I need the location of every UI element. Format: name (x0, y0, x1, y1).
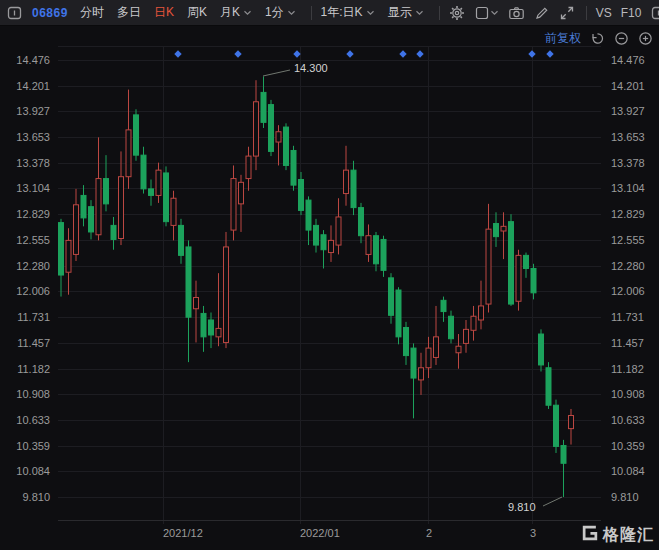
event-marker-diamond[interactable] (234, 50, 241, 57)
svg-text:13.104: 13.104 (611, 182, 645, 194)
event-marker-diamond[interactable] (293, 50, 300, 57)
candle[interactable] (336, 198, 341, 254)
toolbar-divider (586, 6, 587, 20)
candle[interactable] (344, 146, 349, 206)
candle[interactable] (224, 232, 229, 348)
tab-display[interactable]: 显示 (388, 4, 424, 21)
candle[interactable] (539, 329, 544, 371)
candle[interactable] (201, 306, 206, 352)
svg-text:13.927: 13.927 (611, 105, 645, 117)
event-marker-diamond[interactable] (346, 50, 353, 57)
zoom-out-button[interactable] (614, 31, 629, 46)
candle[interactable] (546, 362, 551, 409)
candle[interactable] (531, 264, 536, 300)
candle[interactable] (141, 147, 146, 194)
tab-monthly-k[interactable]: 月K (220, 4, 252, 21)
candle[interactable] (374, 232, 379, 271)
window-icon[interactable] (6, 5, 23, 21)
candle[interactable] (231, 165, 236, 240)
candle[interactable] (89, 200, 94, 239)
candle[interactable] (449, 311, 454, 344)
forward-adjust-button[interactable]: 前复权 (545, 30, 581, 47)
candle[interactable] (411, 343, 416, 418)
candle[interactable] (276, 125, 281, 165)
event-marker-diamond[interactable] (528, 50, 535, 57)
event-marker-diamond[interactable] (174, 50, 181, 57)
candle[interactable] (239, 175, 244, 232)
candle[interactable] (389, 273, 394, 324)
candle[interactable] (171, 191, 176, 241)
tab-one-minute[interactable]: 1分 (265, 4, 296, 21)
f10-button[interactable]: F10 (621, 6, 642, 20)
candle[interactable] (314, 219, 319, 253)
candle[interactable] (359, 203, 364, 243)
chart-style-icon[interactable] (474, 5, 499, 21)
candle[interactable] (494, 212, 499, 247)
symbol-code[interactable]: 06869 (32, 6, 68, 20)
candle[interactable] (156, 163, 161, 203)
candle[interactable] (111, 217, 116, 250)
candle[interactable] (569, 409, 574, 445)
candle[interactable] (561, 440, 566, 497)
event-marker-diamond[interactable] (416, 50, 423, 57)
candle[interactable] (434, 306, 439, 365)
candle[interactable] (306, 196, 311, 245)
candle[interactable] (524, 253, 529, 278)
candle[interactable] (509, 214, 514, 306)
candlestick-chart[interactable]: 14.47614.20113.92713.65313.37813.10412.8… (0, 0, 659, 550)
svg-text:12.006: 12.006 (611, 285, 645, 297)
candle[interactable] (471, 306, 476, 341)
candle[interactable] (441, 297, 446, 322)
tab-daily-k[interactable]: 日K (154, 4, 174, 21)
pencil-icon[interactable] (534, 5, 550, 21)
tab-multi-day[interactable]: 多日 (117, 4, 141, 21)
tab-timeline[interactable]: 分时 (80, 4, 104, 21)
candle[interactable] (254, 80, 259, 170)
candle[interactable] (246, 147, 251, 191)
candle[interactable] (291, 146, 296, 191)
candle[interactable] (149, 180, 154, 206)
candle[interactable] (179, 219, 184, 264)
candle[interactable] (299, 172, 304, 215)
candle[interactable] (126, 90, 131, 189)
candle[interactable] (164, 166, 169, 226)
candle[interactable] (269, 100, 274, 156)
candle[interactable] (329, 225, 334, 262)
candle[interactable] (419, 353, 424, 395)
event-marker-diamond[interactable] (399, 50, 406, 57)
panel-toggle-icon[interactable] (650, 5, 659, 21)
settings-gear-icon[interactable] (449, 5, 465, 21)
candle[interactable] (284, 123, 289, 170)
event-marker-diamond[interactable] (546, 50, 553, 57)
fullscreen-icon[interactable] (559, 5, 575, 21)
candle[interactable] (119, 151, 124, 245)
candle[interactable] (464, 320, 469, 353)
tab-weekly-k[interactable]: 周K (187, 4, 207, 21)
candle[interactable] (404, 322, 409, 365)
candle[interactable] (134, 109, 139, 161)
undo-icon[interactable] (590, 31, 605, 46)
candle[interactable] (501, 212, 506, 259)
tab-range-daily-k[interactable]: 1年:日K (321, 4, 375, 21)
candle[interactable] (396, 287, 401, 344)
candle[interactable] (516, 250, 521, 311)
zoom-in-button[interactable] (638, 31, 653, 46)
candle[interactable] (59, 219, 64, 297)
candle[interactable] (554, 400, 559, 453)
candle[interactable] (96, 137, 101, 240)
vs-button[interactable]: VS (596, 6, 612, 20)
candle[interactable] (216, 273, 221, 346)
candle[interactable] (366, 224, 371, 261)
candle[interactable] (261, 76, 266, 128)
candle[interactable] (479, 281, 484, 330)
candle[interactable] (194, 281, 199, 343)
candle[interactable] (66, 228, 71, 294)
candle[interactable] (351, 161, 356, 215)
candle[interactable] (381, 236, 386, 277)
candle[interactable] (456, 334, 461, 369)
camera-icon[interactable] (508, 5, 525, 21)
candle[interactable] (321, 230, 326, 268)
candle[interactable] (81, 185, 86, 226)
candle[interactable] (486, 204, 491, 313)
candle[interactable] (74, 189, 79, 261)
